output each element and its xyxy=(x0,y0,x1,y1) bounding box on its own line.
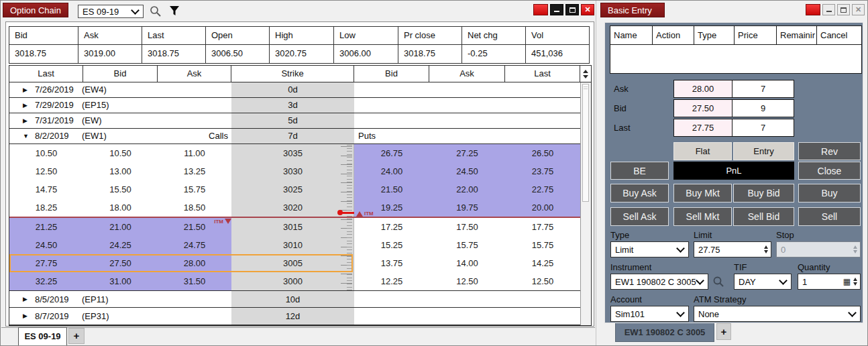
call-last-cell[interactable]: 18.25 xyxy=(9,198,83,217)
vertical-scrollbar[interactable] xyxy=(580,82,591,325)
buy-ask-button[interactable]: Buy Ask xyxy=(610,184,669,203)
call-last-cell[interactable]: 12.50 xyxy=(9,162,83,180)
put-ask-cell[interactable]: 27.25 xyxy=(429,144,505,162)
breakeven-button[interactable]: BE xyxy=(610,162,669,180)
put-ask-cell[interactable]: 12.50 xyxy=(429,272,505,290)
put-last-cell[interactable]: 23.75 xyxy=(505,162,580,180)
call-last-cell[interactable]: 10.50 xyxy=(9,144,83,162)
basic-entry-title[interactable]: Basic Entry xyxy=(600,3,665,17)
call-bid-cell[interactable]: 21.00 xyxy=(83,218,158,236)
call-bid-cell[interactable]: 13.00 xyxy=(83,162,158,180)
filter-icon[interactable] xyxy=(168,5,180,17)
scrollbar-thumb[interactable] xyxy=(582,84,589,202)
expiration-row-expanded[interactable]: 7d ▼ 8/2/2019 (EW1) Calls Puts xyxy=(9,129,580,144)
put-last-cell[interactable]: 26.50 xyxy=(505,144,580,162)
expand-arrow-icon[interactable]: ▶ xyxy=(23,308,28,325)
close-button[interactable]: ✕ xyxy=(581,4,594,15)
instrument-search-icon[interactable] xyxy=(712,276,724,288)
tab-ew1-190802-c-3005[interactable]: EW1 190802 C 3005 xyxy=(615,323,714,342)
put-bid-cell[interactable]: 15.25 xyxy=(354,236,429,254)
quantity-stepper[interactable]: 1 ▦ xyxy=(798,274,861,290)
expiration-row[interactable]: 0d ▶ 7/26/2019 (EW4) xyxy=(9,82,580,98)
close-button[interactable]: ✕ xyxy=(852,4,865,15)
call-last-cell[interactable]: 14.75 xyxy=(9,180,83,198)
put-last-cell[interactable]: 20.00 xyxy=(505,198,580,217)
tif-select[interactable]: DAY xyxy=(734,274,792,290)
sell-bid-button[interactable]: Sell Bid xyxy=(733,207,794,226)
maximize-button[interactable] xyxy=(837,4,850,15)
call-last-cell[interactable]: 24.50 xyxy=(9,236,83,254)
call-ask-cell[interactable]: 24.75 xyxy=(158,236,231,254)
reverse-button[interactable]: Rev xyxy=(798,142,861,160)
put-bid-cell[interactable]: 24.00 xyxy=(354,162,429,180)
buy-market-button[interactable]: Buy Mkt xyxy=(673,184,732,203)
expiration-row[interactable]: 3d ▶ 7/29/2019 (EP15) xyxy=(9,98,580,113)
sell-button[interactable]: Sell xyxy=(798,207,861,226)
window-link-button[interactable] xyxy=(533,4,548,15)
calculator-icon[interactable]: ▦ xyxy=(843,277,851,286)
window-link-button[interactable] xyxy=(806,4,820,15)
put-ask-cell[interactable]: 14.00 xyxy=(429,254,505,272)
scroll-up-icon[interactable] xyxy=(583,70,588,73)
order-type-select[interactable]: Limit xyxy=(610,241,689,257)
put-ask-cell[interactable]: 17.50 xyxy=(429,218,505,236)
sell-market-button[interactable]: Sell Mkt xyxy=(673,207,732,226)
collapse-arrow-icon[interactable]: ▼ xyxy=(23,129,29,143)
step-down-icon[interactable] xyxy=(853,282,857,286)
limit-price-stepper[interactable]: 27.75 xyxy=(694,241,771,257)
account-select[interactable]: Sim101 xyxy=(610,306,689,322)
put-bid-cell[interactable]: 26.75 xyxy=(354,144,429,162)
call-bid-cell[interactable]: 31.00 xyxy=(83,272,158,290)
call-ask-cell[interactable]: 18.50 xyxy=(158,198,231,217)
call-bid-cell[interactable]: 15.50 xyxy=(83,180,158,198)
expand-arrow-icon[interactable]: ▶ xyxy=(23,113,28,128)
scroll-down-icon[interactable] xyxy=(583,75,588,78)
put-last-cell[interactable]: 14.25 xyxy=(505,254,580,272)
stepper-arrows[interactable] xyxy=(853,278,857,286)
add-tab-button[interactable]: + xyxy=(716,323,731,340)
stepper-arrows[interactable] xyxy=(764,245,768,253)
expand-arrow-icon[interactable]: ▶ xyxy=(23,98,28,113)
instrument-select[interactable]: EW1 190802 C 3005 xyxy=(610,274,708,290)
expand-arrow-icon[interactable]: ▶ xyxy=(23,82,28,97)
last-price[interactable]: 27.75 xyxy=(673,119,733,137)
close-position-button[interactable]: Close xyxy=(798,162,861,180)
put-ask-cell[interactable]: 24.50 xyxy=(429,162,505,180)
expiration-row[interactable]: 5d ▶ 7/31/2019 (EW) xyxy=(9,113,580,129)
entry-button[interactable]: Entry xyxy=(733,142,794,160)
buy-bid-button[interactable]: Buy Bid xyxy=(733,184,794,203)
minimize-button[interactable] xyxy=(822,4,835,15)
put-last-cell[interactable]: 12.50 xyxy=(505,272,580,290)
put-ask-cell[interactable]: 19.75 xyxy=(429,198,505,217)
scrollbar-buttons[interactable] xyxy=(580,66,591,82)
call-bid-cell[interactable]: 18.00 xyxy=(83,198,158,217)
call-last-cell[interactable]: 21.25 xyxy=(9,218,83,236)
put-last-cell[interactable]: 22.75 xyxy=(505,180,580,198)
put-ask-cell[interactable]: 15.75 xyxy=(429,236,505,254)
flat-button[interactable]: Flat xyxy=(673,142,732,160)
tab-es-09-19[interactable]: ES 09-19 xyxy=(18,327,67,345)
expiration-row[interactable]: 12d ▶ 8/7/2019 (EP31) xyxy=(9,308,580,325)
put-ask-cell[interactable]: 22.00 xyxy=(429,180,505,198)
call-ask-cell[interactable]: 13.25 xyxy=(158,162,231,180)
step-up-icon[interactable] xyxy=(853,278,857,281)
put-bid-cell[interactable]: 21.50 xyxy=(354,180,429,198)
instrument-selector[interactable]: ES 09-19 xyxy=(78,5,144,18)
call-bid-cell[interactable]: 10.50 xyxy=(83,144,158,162)
buy-button[interactable]: Buy xyxy=(798,184,861,203)
call-ask-cell[interactable]: 15.75 xyxy=(158,180,231,198)
step-up-icon[interactable] xyxy=(764,245,768,249)
step-down-icon[interactable] xyxy=(764,250,768,253)
expiration-row[interactable]: 10d ▶ 8/5/2019 (EP11) xyxy=(9,290,580,308)
search-icon[interactable] xyxy=(149,5,162,17)
minimize-button[interactable] xyxy=(550,4,563,15)
call-ask-cell[interactable]: 31.50 xyxy=(158,272,231,290)
add-tab-button[interactable]: + xyxy=(68,328,85,344)
bid-price[interactable]: 27.50 xyxy=(673,99,733,117)
call-last-cell[interactable]: 32.25 xyxy=(9,272,83,290)
ask-price[interactable]: 28.00 xyxy=(673,80,733,98)
put-bid-cell[interactable]: 12.25 xyxy=(354,272,429,290)
sell-ask-button[interactable]: Sell Ask xyxy=(610,207,669,226)
put-bid-cell[interactable]: 13.75 xyxy=(354,254,429,272)
maximize-button[interactable] xyxy=(565,4,579,15)
